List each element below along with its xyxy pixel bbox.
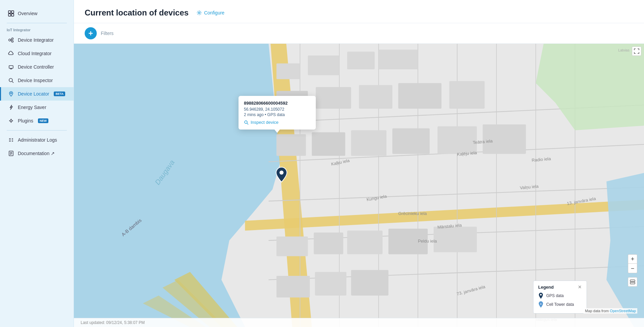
sidebar-item-label: Device Inspector bbox=[18, 78, 53, 83]
sidebar-item-device-controller[interactable]: Device Controller bbox=[0, 60, 74, 74]
svg-line-90 bbox=[247, 123, 249, 124]
svg-rect-53 bbox=[347, 51, 375, 69]
svg-rect-68 bbox=[347, 230, 382, 254]
configure-label: Configure bbox=[204, 10, 224, 15]
inspect-icon bbox=[244, 120, 249, 125]
sidebar-item-device-inspector[interactable]: Device Inspector bbox=[0, 74, 74, 87]
sidebar-item-label: Plugins bbox=[18, 118, 33, 123]
plus-icon bbox=[88, 31, 93, 36]
last-updated-text: Last updated: 09/12/24, 5:38:07 PM bbox=[81, 320, 145, 325]
logs-icon bbox=[8, 137, 14, 143]
legend-cell-item: ▲ Cell Tower data bbox=[538, 301, 582, 308]
layers-icon bbox=[630, 280, 635, 284]
map-pin[interactable] bbox=[275, 167, 288, 184]
configure-button[interactable]: Configure bbox=[194, 9, 227, 17]
svg-rect-1 bbox=[11, 11, 14, 13]
sidebar-divider-2 bbox=[7, 130, 67, 131]
map-attribution: Map data from OpenStreetMap bbox=[584, 308, 637, 314]
sidebar-item-cloud-integrator[interactable]: Cloud Integrator bbox=[0, 47, 74, 60]
beta-badge: BETA bbox=[54, 92, 65, 96]
cell-tower-pin-icon: ▲ bbox=[538, 301, 544, 308]
device-controller-icon bbox=[8, 64, 14, 70]
filters-bar: Filters bbox=[74, 23, 644, 44]
legend: Legend ✕ GPS data ▲ Cell Tower data bbox=[533, 281, 587, 314]
svg-text:▲: ▲ bbox=[540, 302, 542, 305]
legend-gps-item: GPS data bbox=[538, 292, 582, 299]
sidebar-item-label: Cloud Integrator bbox=[18, 51, 51, 56]
svg-rect-62 bbox=[351, 130, 386, 156]
sidebar-item-energy-saver[interactable]: Energy Saver bbox=[0, 101, 74, 114]
svg-point-89 bbox=[245, 121, 247, 123]
svg-rect-61 bbox=[312, 132, 345, 156]
svg-rect-58 bbox=[398, 83, 441, 109]
location-icon bbox=[8, 90, 14, 97]
map-container[interactable]: Kaļķu iela Kaļēju iela Teātra iela Radio… bbox=[74, 44, 644, 327]
popup-coords: 56.946289, 24.105072 bbox=[244, 107, 310, 112]
svg-point-4 bbox=[9, 39, 11, 41]
pin-icon bbox=[275, 167, 288, 183]
gps-pin-icon bbox=[538, 292, 544, 299]
svg-text:Grēcinieku iela: Grēcinieku iela bbox=[398, 211, 427, 216]
sidebar-item-administrator-logs[interactable]: Administrator Logs bbox=[0, 133, 74, 147]
sidebar-item-documentation[interactable]: Documentation ↗ bbox=[0, 147, 74, 160]
popup-tail bbox=[274, 130, 280, 133]
svg-rect-9 bbox=[9, 66, 13, 68]
zoom-in-button[interactable]: + bbox=[628, 254, 637, 264]
svg-point-26 bbox=[199, 12, 200, 14]
svg-point-92 bbox=[540, 294, 542, 296]
sidebar-item-label: Administrator Logs bbox=[18, 137, 57, 143]
svg-rect-70 bbox=[434, 227, 477, 252]
add-filter-button[interactable] bbox=[85, 27, 97, 39]
zoom-out-button[interactable]: − bbox=[628, 264, 637, 273]
svg-rect-56 bbox=[316, 87, 351, 109]
map-layers-button[interactable] bbox=[628, 277, 637, 287]
legend-title: Legend bbox=[538, 285, 554, 290]
gear-icon bbox=[197, 10, 202, 15]
svg-point-91 bbox=[280, 171, 284, 175]
svg-rect-51 bbox=[276, 63, 300, 79]
fullscreen-button[interactable] bbox=[632, 46, 641, 56]
svg-point-6 bbox=[12, 41, 13, 42]
svg-point-5 bbox=[12, 38, 13, 40]
sidebar-item-device-locator[interactable]: Device Locator BETA bbox=[0, 87, 74, 101]
sidebar-item-label: Energy Saver bbox=[18, 105, 46, 110]
filters-label: Filters bbox=[101, 31, 114, 36]
map-footer: Last updated: 09/12/24, 5:38:07 PM bbox=[74, 318, 644, 327]
inspect-device-link[interactable]: Inspect device bbox=[244, 120, 310, 125]
osm-link[interactable]: OpenStreetMap bbox=[610, 309, 636, 313]
sidebar: Overview IoT Integrator Device Integrato… bbox=[0, 0, 74, 327]
sidebar-item-label: Device Controller bbox=[18, 64, 54, 70]
sidebar-item-overview[interactable]: Overview bbox=[0, 7, 74, 20]
svg-line-8 bbox=[11, 40, 12, 41]
legend-close-button[interactable]: ✕ bbox=[578, 284, 582, 290]
grid-icon bbox=[8, 10, 14, 17]
svg-rect-94 bbox=[630, 280, 635, 282]
sidebar-item-label: Overview bbox=[18, 11, 37, 16]
svg-rect-52 bbox=[308, 56, 339, 75]
inspect-label: Inspect device bbox=[251, 120, 278, 125]
svg-rect-72 bbox=[315, 272, 347, 295]
doc-icon bbox=[8, 150, 14, 157]
svg-rect-67 bbox=[314, 232, 343, 254]
svg-rect-3 bbox=[11, 14, 14, 16]
legend-header: Legend ✕ bbox=[538, 284, 582, 290]
osm-text: Map data from bbox=[585, 309, 610, 313]
device-integrator-icon bbox=[8, 37, 14, 43]
svg-rect-73 bbox=[351, 270, 388, 295]
svg-rect-57 bbox=[359, 85, 392, 109]
svg-text:Peldu iela: Peldu iela bbox=[418, 239, 437, 244]
cloud-icon bbox=[8, 50, 14, 57]
map-popup: 898828066600004592 56.946289, 24.105072 … bbox=[239, 96, 316, 130]
legend-gps-label: GPS data bbox=[546, 293, 564, 298]
main-content: Current location of devices Configure Fi… bbox=[74, 0, 644, 327]
svg-rect-95 bbox=[630, 282, 635, 284]
sidebar-item-label: Documentation ↗ bbox=[18, 151, 55, 156]
sidebar-item-device-integrator[interactable]: Device Integrator bbox=[0, 33, 74, 47]
sidebar-item-label: Device Locator bbox=[18, 91, 49, 97]
sidebar-item-plugins[interactable]: Plugins NEW bbox=[0, 114, 74, 128]
svg-point-14 bbox=[10, 93, 12, 94]
popup-device-id: 898828066600004592 bbox=[244, 101, 310, 106]
search-icon bbox=[8, 77, 14, 84]
legend-cell-label: Cell Tower data bbox=[546, 302, 574, 307]
svg-rect-59 bbox=[449, 81, 484, 109]
